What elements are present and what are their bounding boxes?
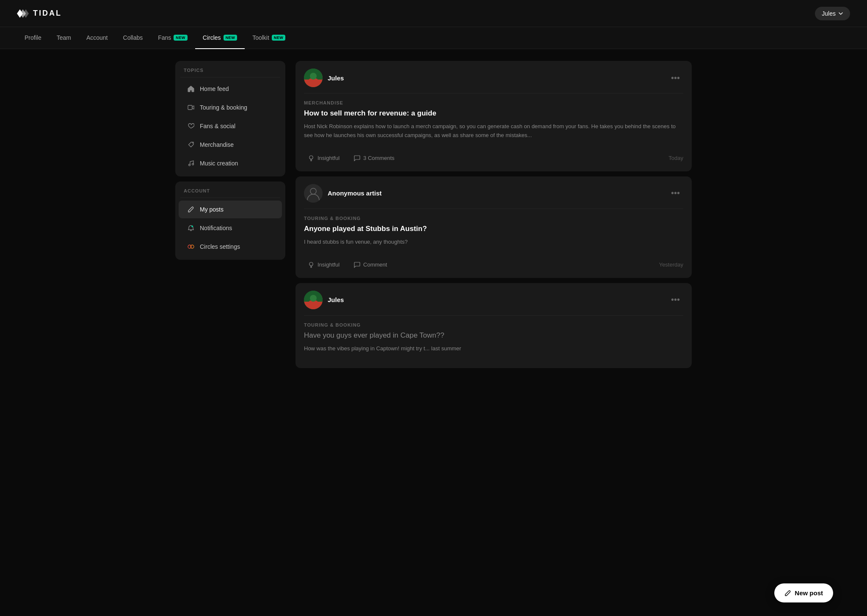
svg-point-17 (310, 295, 317, 302)
post-footer-2: Insightful Comment Yesterday (295, 253, 692, 278)
post-excerpt-2: I heard stubbs is fun venue, any thought… (304, 238, 683, 247)
lightbulb-icon-2 (307, 261, 315, 269)
comments-button-1[interactable]: 3 Comments (350, 153, 398, 164)
comment-icon-2 (353, 261, 361, 269)
sidebar: TOPICS Home feed Touri (175, 61, 285, 368)
post-body-1: MERCHANDISE How to sell merch for revenu… (295, 100, 692, 147)
logo: TIDAL (17, 9, 62, 18)
post-more-button-3[interactable]: ••• (668, 293, 683, 306)
post-category-1: MERCHANDISE (304, 100, 683, 105)
post-author-2: Anonymous artist (304, 184, 382, 203)
music-creation-label: Music creation (200, 160, 238, 167)
user-name-label: Jules (822, 10, 836, 17)
heart-icon (187, 122, 195, 130)
post-excerpt-3: How was the vibes playing in Captown! mi… (304, 344, 683, 353)
post-excerpt-1: Host Nick Robinson explains how to launc… (304, 122, 683, 140)
post-more-button-1[interactable]: ••• (668, 72, 683, 85)
post-header-3: Jules ••• (295, 283, 692, 315)
svg-point-12 (310, 73, 317, 80)
sidebar-item-fans-social[interactable]: Fans & social (179, 117, 282, 135)
music-icon (187, 160, 195, 167)
comment-button-2[interactable]: Comment (350, 259, 390, 270)
svg-point-6 (192, 163, 194, 165)
avatar-jules-image (304, 69, 323, 87)
post-header-2: Anonymous artist ••• (295, 176, 692, 209)
nav-item-circles[interactable]: Circles NEW (195, 27, 245, 49)
bell-icon (187, 224, 195, 232)
comments-label-1: 3 Comments (363, 155, 395, 161)
pencil-icon (784, 590, 791, 597)
post-date-2: Yesterday (659, 261, 683, 268)
post-author-3: Jules (304, 291, 344, 309)
sidebar-account-section: ACCOUNT My posts Notif (175, 182, 285, 260)
author-name-3: Jules (328, 296, 344, 303)
comment-icon-1 (353, 154, 361, 162)
post-footer-1: Insightful 3 Comments Today (295, 147, 692, 171)
post-category-2: TOURING & BOOKING (304, 216, 683, 221)
logo-text: TIDAL (33, 9, 62, 18)
post-header-1: Jules ••• (295, 61, 692, 93)
new-post-button[interactable]: New post (774, 583, 833, 602)
post-divider-1 (304, 93, 683, 94)
nav-item-profile[interactable]: Profile (17, 27, 49, 49)
user-menu-button[interactable]: Jules (815, 7, 850, 20)
post-title-2[interactable]: Anyone played at Stubbs in Austin? (304, 224, 683, 234)
merchandise-label: Merchandise (200, 141, 234, 148)
avatar-anon-2 (304, 184, 323, 203)
sidebar-item-home-feed[interactable]: Home feed (179, 80, 282, 98)
home-feed-label: Home feed (200, 85, 229, 92)
post-more-button-2[interactable]: ••• (668, 187, 683, 200)
sidebar-item-merchandise[interactable]: Merchandise (179, 136, 282, 154)
nav-item-team[interactable]: Team (49, 27, 79, 49)
nav-item-collabs[interactable]: Collabs (116, 27, 151, 49)
post-card-2: Anonymous artist ••• TOURING & BOOKING A… (295, 176, 692, 278)
account-section-title: ACCOUNT (175, 182, 285, 198)
chevron-down-icon (838, 11, 843, 16)
video-icon (187, 104, 195, 111)
author-name-2: Anonymous artist (328, 190, 382, 197)
avatar-jules-1 (304, 69, 323, 87)
post-actions-2: Insightful Comment (304, 259, 390, 270)
post-body-2: TOURING & BOOKING Anyone played at Stubb… (295, 216, 692, 253)
circles-settings-label: Circles settings (200, 243, 240, 250)
post-date-1: Today (668, 155, 683, 161)
post-category-3: TOURING & BOOKING (304, 322, 683, 327)
feed: Jules ••• MERCHANDISE How to sell merch … (295, 61, 692, 368)
insightful-button-2[interactable]: Insightful (304, 259, 343, 270)
nav-item-account[interactable]: Account (79, 27, 116, 49)
post-divider-2 (304, 209, 683, 209)
post-author-1: Jules (304, 69, 344, 87)
nav-item-fans[interactable]: Fans NEW (150, 27, 195, 49)
main-nav: Profile Team Account Collabs Fans NEW Ci… (0, 27, 867, 49)
post-card-3: Jules ••• TOURING & BOOKING Have you guy… (295, 283, 692, 368)
insightful-button-1[interactable]: Insightful (304, 153, 343, 164)
header: TIDAL Jules (0, 0, 867, 27)
toolkit-new-badge: NEW (272, 35, 286, 41)
tag-icon (187, 141, 195, 148)
post-card-1: Jules ••• MERCHANDISE How to sell merch … (295, 61, 692, 171)
avatar-jules-3 (304, 291, 323, 309)
new-post-label: New post (795, 589, 823, 597)
notifications-label: Notifications (200, 225, 232, 231)
sidebar-item-music-creation[interactable]: Music creation (179, 154, 282, 172)
insightful-label-1: Insightful (318, 155, 340, 161)
svg-point-9 (191, 245, 194, 248)
sidebar-topics-section: TOPICS Home feed Touri (175, 61, 285, 176)
sidebar-item-circles-settings[interactable]: Circles settings (179, 238, 282, 256)
edit-icon (187, 206, 195, 213)
my-posts-label: My posts (200, 206, 224, 213)
avatar-anon-image (304, 184, 323, 203)
sidebar-item-touring[interactable]: Touring & booking (179, 99, 282, 116)
sidebar-item-notifications[interactable]: Notifications (179, 219, 282, 237)
touring-label: Touring & booking (200, 104, 247, 111)
fans-social-label: Fans & social (200, 123, 235, 129)
post-body-3: TOURING & BOOKING Have you guys ever pla… (295, 322, 692, 360)
sidebar-item-my-posts[interactable]: My posts (179, 201, 282, 218)
post-title-3[interactable]: Have you guys ever played in Cape Town?? (304, 331, 683, 340)
avatar-jules-image-3 (304, 291, 323, 309)
post-title-1[interactable]: How to sell merch for revenue: a guide (304, 109, 683, 118)
topics-section-title: TOPICS (175, 61, 285, 77)
main-content: TOPICS Home feed Touri (158, 49, 709, 380)
nav-item-toolkit[interactable]: Toolkit NEW (245, 27, 293, 49)
svg-point-7 (191, 226, 193, 227)
